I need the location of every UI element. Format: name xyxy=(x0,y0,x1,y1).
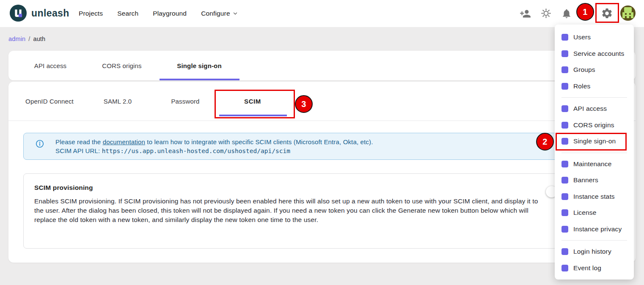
menu-item-label: License xyxy=(573,209,596,216)
menu-square-icon xyxy=(561,122,568,129)
annotation-box-settings-button xyxy=(595,3,619,23)
alert-text: Please read the documentation to learn h… xyxy=(55,138,373,155)
menu-item-label: Login history xyxy=(573,248,611,255)
menu-divider xyxy=(561,240,627,241)
main-content-card: OpenID Connect SAML 2.0 Password SCIM Pl… xyxy=(8,82,636,263)
annotation-box-scim-tab xyxy=(215,90,295,118)
menu-square-icon xyxy=(561,34,568,41)
active-tab-underline xyxy=(160,79,239,80)
nav-configure[interactable]: Configure xyxy=(201,10,238,17)
menu-square-icon xyxy=(561,161,568,167)
menu-square-icon xyxy=(561,66,568,73)
unleash-logo-icon xyxy=(9,4,27,22)
nav-search[interactable]: Search xyxy=(117,10,138,17)
menu-square-icon xyxy=(561,265,568,271)
annotation-step-3-badge: 3 xyxy=(295,95,313,113)
menu-square-icon xyxy=(561,105,568,112)
scim-provisioning-description: Enables SCIM provisioning. If SCIM provi… xyxy=(34,197,540,225)
menu-item-label: Groups xyxy=(573,66,595,74)
menu-square-icon xyxy=(561,83,568,90)
menu-item-label: Banners xyxy=(573,176,598,184)
menu-item-instance-privacy[interactable]: Instance privacy xyxy=(555,221,634,238)
menu-item-instance-stats[interactable]: Instance stats xyxy=(555,189,634,205)
menu-item-banners[interactable]: Banners xyxy=(555,172,634,189)
alert-text-before-link: Please read the xyxy=(55,138,103,145)
chevron-down-icon xyxy=(232,11,238,16)
menu-item-cors-origins[interactable]: CORS origins xyxy=(555,117,634,134)
nav-playground[interactable]: Playground xyxy=(153,10,187,17)
menu-divider xyxy=(561,97,627,98)
menu-item-license[interactable]: License xyxy=(555,205,634,221)
scim-api-url-label: SCIM API URL: xyxy=(55,147,102,154)
menu-square-icon xyxy=(561,50,568,57)
menu-item-label: Roles xyxy=(573,82,590,90)
top-header: unleash Projects Search Playground Confi… xyxy=(0,0,644,27)
menu-item-roles[interactable]: Roles xyxy=(555,78,634,95)
tab-cors-origins[interactable]: CORS origins xyxy=(102,51,142,80)
subtab-saml[interactable]: SAML 2.0 xyxy=(104,82,132,121)
main-nav: Projects Search Playground Configure xyxy=(79,0,238,27)
menu-item-service-accounts[interactable]: Service accounts xyxy=(555,46,634,62)
menu-item-maintenance[interactable]: Maintenance xyxy=(555,156,634,173)
bell-icon xyxy=(561,8,572,19)
menu-item-label: Instance privacy xyxy=(573,225,622,233)
menu-item-event-log[interactable]: Event log xyxy=(555,260,634,277)
menu-divider xyxy=(561,153,627,153)
menu-item-groups[interactable]: Groups xyxy=(555,62,634,78)
info-alert: Please read the documentation to learn h… xyxy=(23,133,621,160)
breadcrumb-separator: / xyxy=(28,36,30,42)
invite-user-button[interactable] xyxy=(520,8,531,19)
notifications-button[interactable] xyxy=(561,8,572,19)
sun-icon xyxy=(540,8,552,19)
nav-configure-label: Configure xyxy=(201,10,230,17)
menu-square-icon xyxy=(561,177,568,184)
breadcrumb: admin / auth xyxy=(8,36,45,42)
alert-text-after-link: to learn how to integrate with specific … xyxy=(145,138,373,145)
theme-toggle-button[interactable] xyxy=(540,8,552,19)
annotation-step-2-badge: 2 xyxy=(536,133,554,151)
info-icon xyxy=(35,139,44,150)
scim-provisioning-panel: SCIM provisioning Enables SCIM provision… xyxy=(23,173,621,249)
tab-single-sign-on[interactable]: Single sign-on xyxy=(177,51,221,80)
subtab-password[interactable]: Password xyxy=(171,82,199,121)
menu-item-login-history[interactable]: Login history xyxy=(555,244,634,260)
menu-square-icon xyxy=(561,226,568,233)
menu-item-api-access[interactable]: API access xyxy=(555,101,634,117)
menu-item-label: Maintenance xyxy=(573,160,611,168)
menu-square-icon xyxy=(561,193,568,200)
alert-line-1: Please read the documentation to learn h… xyxy=(55,138,373,147)
annotation-box-single-sign-on-item xyxy=(556,133,627,151)
scim-provisioning-title: SCIM provisioning xyxy=(34,184,553,192)
user-avatar[interactable] xyxy=(620,5,636,21)
menu-item-label: Users xyxy=(573,33,591,41)
menu-square-icon xyxy=(561,248,568,255)
menu-item-label: Event log xyxy=(573,264,601,272)
menu-item-label: Instance stats xyxy=(573,193,615,200)
subtab-row: OpenID Connect SAML 2.0 Password SCIM xyxy=(8,82,636,121)
documentation-link[interactable]: documentation xyxy=(103,138,145,145)
tabs-card: API access CORS origins Single sign-on xyxy=(8,51,636,80)
brand-logo[interactable]: unleash xyxy=(9,4,69,22)
menu-item-label: Service accounts xyxy=(573,50,624,58)
subtab-openid-connect[interactable]: OpenID Connect xyxy=(25,82,74,121)
menu-item-label: API access xyxy=(573,105,607,112)
app-screen: unleash Projects Search Playground Confi… xyxy=(0,0,644,285)
breadcrumb-current: auth xyxy=(33,36,45,42)
menu-item-users[interactable]: Users xyxy=(555,29,634,46)
scim-api-url-value: https://us.app.unleash-hosted.com/ushost… xyxy=(102,148,290,154)
annotation-step-1-badge: 1 xyxy=(576,3,594,21)
menu-square-icon xyxy=(561,209,568,216)
alert-line-2: SCIM API URL: https://us.app.unleash-hos… xyxy=(55,147,373,156)
tab-api-access[interactable]: API access xyxy=(34,51,67,80)
settings-dropdown-menu: Users Service accounts Groups Roles API … xyxy=(555,25,634,280)
brand-name: unleash xyxy=(31,8,69,19)
breadcrumb-admin-link[interactable]: admin xyxy=(8,36,25,42)
avatar-identicon-icon xyxy=(620,5,636,21)
person-add-icon xyxy=(520,8,531,19)
nav-projects[interactable]: Projects xyxy=(79,10,103,17)
menu-item-label: CORS origins xyxy=(573,121,614,129)
